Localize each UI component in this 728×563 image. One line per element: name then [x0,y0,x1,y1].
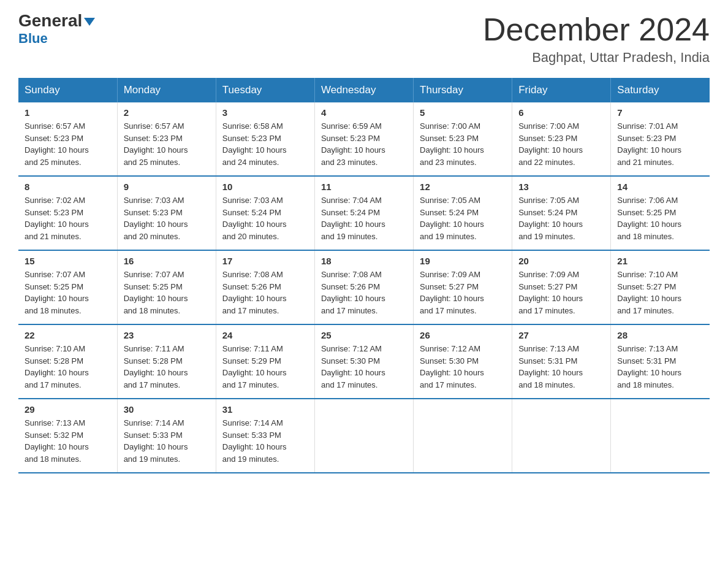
day-number: 29 [25,404,111,415]
day-number: 21 [617,256,703,266]
col-monday: Monday [117,78,216,102]
table-row: 16 Sunrise: 7:07 AMSunset: 5:25 PMDaylig… [117,250,216,324]
table-row: 22 Sunrise: 7:10 AMSunset: 5:28 PMDaylig… [18,324,117,399]
day-info: Sunrise: 7:08 AMSunset: 5:26 PMDaylight:… [222,269,308,316]
day-info: Sunrise: 7:03 AMSunset: 5:24 PMDaylight:… [222,194,308,242]
day-number: 22 [25,330,111,340]
header-row: Sunday Monday Tuesday Wednesday Thursday… [18,78,710,102]
day-number: 18 [321,256,407,266]
day-info: Sunrise: 7:07 AMSunset: 5:25 PMDaylight:… [124,269,210,316]
day-number: 25 [321,330,407,340]
day-number: 3 [222,107,308,118]
table-row: 7 Sunrise: 7:01 AMSunset: 5:23 PMDayligh… [611,102,710,176]
table-row [611,399,710,473]
table-row: 31 Sunrise: 7:14 AMSunset: 5:33 PMDaylig… [216,399,314,473]
day-number: 17 [222,256,308,266]
day-info: Sunrise: 7:11 AMSunset: 5:29 PMDaylight:… [222,343,308,391]
day-number: 16 [124,256,210,266]
day-number: 20 [518,256,604,266]
table-row: 17 Sunrise: 7:08 AMSunset: 5:26 PMDaylig… [216,250,314,324]
day-info: Sunrise: 7:03 AMSunset: 5:23 PMDaylight:… [124,194,210,242]
day-number: 7 [617,107,703,118]
day-number: 27 [518,330,604,340]
day-info: Sunrise: 6:57 AMSunset: 5:23 PMDaylight:… [25,120,111,168]
table-row: 1 Sunrise: 6:57 AMSunset: 5:23 PMDayligh… [18,102,117,176]
day-info: Sunrise: 7:14 AMSunset: 5:33 PMDaylight:… [222,417,308,465]
table-row: 27 Sunrise: 7:13 AMSunset: 5:31 PMDaylig… [512,324,611,399]
table-row: 25 Sunrise: 7:12 AMSunset: 5:30 PMDaylig… [314,324,413,399]
location-subtitle: Baghpat, Uttar Pradesh, India [483,50,710,66]
table-row: 19 Sunrise: 7:09 AMSunset: 5:27 PMDaylig… [414,250,512,324]
day-info: Sunrise: 7:10 AMSunset: 5:28 PMDaylight:… [25,343,111,391]
table-row: 23 Sunrise: 7:11 AMSunset: 5:28 PMDaylig… [117,324,216,399]
day-info: Sunrise: 7:13 AMSunset: 5:31 PMDaylight:… [518,343,604,391]
day-number: 14 [617,182,703,192]
day-number: 23 [124,330,210,340]
table-row: 12 Sunrise: 7:05 AMSunset: 5:24 PMDaylig… [414,176,512,250]
logo: General Blue [18,12,95,47]
table-row: 26 Sunrise: 7:12 AMSunset: 5:30 PMDaylig… [414,324,512,399]
table-row: 13 Sunrise: 7:05 AMSunset: 5:24 PMDaylig… [512,176,611,250]
day-info: Sunrise: 7:02 AMSunset: 5:23 PMDaylight:… [25,194,111,242]
day-info: Sunrise: 6:57 AMSunset: 5:23 PMDaylight:… [124,120,210,168]
table-row: 5 Sunrise: 7:00 AMSunset: 5:23 PMDayligh… [414,102,512,176]
table-row: 10 Sunrise: 7:03 AMSunset: 5:24 PMDaylig… [216,176,314,250]
table-row: 18 Sunrise: 7:08 AMSunset: 5:26 PMDaylig… [314,250,413,324]
calendar-table: Sunday Monday Tuesday Wednesday Thursday… [18,78,710,473]
day-info: Sunrise: 7:09 AMSunset: 5:27 PMDaylight:… [518,269,604,316]
table-row: 2 Sunrise: 6:57 AMSunset: 5:23 PMDayligh… [117,102,216,176]
table-row: 21 Sunrise: 7:10 AMSunset: 5:27 PMDaylig… [611,250,710,324]
day-info: Sunrise: 7:13 AMSunset: 5:32 PMDaylight:… [25,417,111,465]
day-number: 10 [222,182,308,192]
day-info: Sunrise: 7:01 AMSunset: 5:23 PMDaylight:… [617,120,703,168]
day-info: Sunrise: 7:10 AMSunset: 5:27 PMDaylight:… [617,269,703,316]
day-info: Sunrise: 7:06 AMSunset: 5:25 PMDaylight:… [617,194,703,242]
day-info: Sunrise: 6:58 AMSunset: 5:23 PMDaylight:… [222,120,308,168]
table-row: 8 Sunrise: 7:02 AMSunset: 5:23 PMDayligh… [18,176,117,250]
day-number: 13 [518,182,604,192]
day-number: 31 [222,404,308,415]
month-title: December 2024 [483,12,710,47]
col-friday: Friday [512,78,611,102]
day-info: Sunrise: 7:08 AMSunset: 5:26 PMDaylight:… [321,269,407,316]
day-number: 1 [25,107,111,118]
calendar-body: 1 Sunrise: 6:57 AMSunset: 5:23 PMDayligh… [18,102,710,473]
day-info: Sunrise: 7:11 AMSunset: 5:28 PMDaylight:… [124,343,210,391]
table-row: 28 Sunrise: 7:13 AMSunset: 5:31 PMDaylig… [611,324,710,399]
day-number: 28 [617,330,703,340]
day-info: Sunrise: 7:13 AMSunset: 5:31 PMDaylight:… [617,343,703,391]
calendar-week-3: 15 Sunrise: 7:07 AMSunset: 5:25 PMDaylig… [18,250,710,324]
col-sunday: Sunday [18,78,117,102]
calendar-week-5: 29 Sunrise: 7:13 AMSunset: 5:32 PMDaylig… [18,399,710,473]
day-number: 19 [420,256,506,266]
day-number: 9 [124,182,210,192]
day-number: 2 [124,107,210,118]
day-number: 5 [420,107,506,118]
table-row: 20 Sunrise: 7:09 AMSunset: 5:27 PMDaylig… [512,250,611,324]
table-row: 11 Sunrise: 7:04 AMSunset: 5:24 PMDaylig… [314,176,413,250]
table-row: 15 Sunrise: 7:07 AMSunset: 5:25 PMDaylig… [18,250,117,324]
table-row [512,399,611,473]
day-number: 26 [420,330,506,340]
table-row: 24 Sunrise: 7:11 AMSunset: 5:29 PMDaylig… [216,324,314,399]
calendar-week-4: 22 Sunrise: 7:10 AMSunset: 5:28 PMDaylig… [18,324,710,399]
col-saturday: Saturday [611,78,710,102]
table-row: 3 Sunrise: 6:58 AMSunset: 5:23 PMDayligh… [216,102,314,176]
day-number: 15 [25,256,111,266]
day-info: Sunrise: 7:12 AMSunset: 5:30 PMDaylight:… [321,343,407,391]
calendar-week-1: 1 Sunrise: 6:57 AMSunset: 5:23 PMDayligh… [18,102,710,176]
table-row: 29 Sunrise: 7:13 AMSunset: 5:32 PMDaylig… [18,399,117,473]
day-info: Sunrise: 7:07 AMSunset: 5:25 PMDaylight:… [25,269,111,316]
day-number: 30 [124,404,210,415]
day-number: 11 [321,182,407,192]
day-number: 6 [518,107,604,118]
col-tuesday: Tuesday [216,78,314,102]
day-number: 8 [25,182,111,192]
logo-blue-text: Blue [18,31,48,47]
title-area: December 2024 Baghpat, Uttar Pradesh, In… [483,12,710,66]
day-info: Sunrise: 7:00 AMSunset: 5:23 PMDaylight:… [420,120,506,168]
day-info: Sunrise: 7:00 AMSunset: 5:23 PMDaylight:… [518,120,604,168]
calendar-week-2: 8 Sunrise: 7:02 AMSunset: 5:23 PMDayligh… [18,176,710,250]
day-info: Sunrise: 7:14 AMSunset: 5:33 PMDaylight:… [124,417,210,465]
day-info: Sunrise: 7:05 AMSunset: 5:24 PMDaylight:… [518,194,604,242]
